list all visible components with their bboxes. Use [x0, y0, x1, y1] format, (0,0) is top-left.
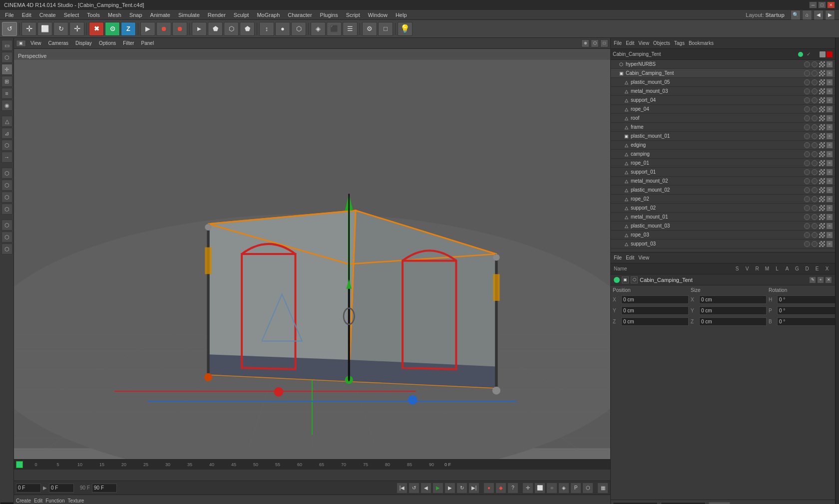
- menu-mesh[interactable]: Mesh: [105, 11, 124, 19]
- param-key-btn[interactable]: P: [570, 483, 581, 494]
- om-render-dot-rope_01[interactable]: [812, 160, 818, 166]
- om-vis-dot-support_02[interactable]: [804, 205, 810, 211]
- om-item-plastic_mount_01[interactable]: ▣plastic_mount_01×: [611, 132, 835, 141]
- panel-menu[interactable]: Panel: [139, 40, 157, 46]
- om-item-support_01[interactable]: △support_01×: [611, 168, 835, 177]
- om-vis-dot-rope_04[interactable]: [804, 106, 810, 112]
- om-vis-dot-hyperNURBS[interactable]: [804, 61, 810, 67]
- minimize-button[interactable]: ─: [809, 1, 817, 8]
- om-render-dot-support_01[interactable]: [812, 169, 818, 175]
- menu-render[interactable]: Render: [205, 11, 229, 19]
- subdiv-lt[interactable]: ⊿: [1, 128, 12, 139]
- om-vis-dot-Cabin_Camping_Tent[interactable]: [804, 70, 810, 76]
- maximize-button[interactable]: □: [818, 1, 826, 8]
- render-to[interactable]: ⬡: [224, 22, 239, 36]
- select-tool[interactable]: ▭: [1, 40, 12, 51]
- am-btn-edit[interactable]: ✎: [809, 276, 816, 283]
- x-btn[interactable]: ✖: [89, 22, 104, 36]
- am-btn-close[interactable]: ✕: [825, 276, 832, 283]
- rotate-button[interactable]: ↻: [53, 22, 68, 36]
- am-file[interactable]: File: [614, 255, 622, 260]
- om-vis-dot-support_01[interactable]: [804, 169, 810, 175]
- scale-lt[interactable]: ≡: [1, 88, 12, 99]
- menu-plugins[interactable]: Plugins: [317, 11, 341, 19]
- light-lt[interactable]: ⬡: [1, 180, 12, 191]
- spline-lt[interactable]: ⬡: [1, 168, 12, 179]
- cube-button[interactable]: ⬜: [37, 22, 52, 36]
- scale-key-btn[interactable]: ◈: [558, 483, 569, 494]
- menu-window[interactable]: Window: [365, 11, 391, 19]
- om-edit[interactable]: Edit: [626, 40, 634, 46]
- nurbs-lt[interactable]: ⬡: [1, 140, 12, 151]
- om-item-metal_mount_02[interactable]: △metal_mount_02×: [611, 177, 835, 186]
- om-vis-dot-rope_03[interactable]: [804, 232, 810, 238]
- om-render-dot-support_04[interactable]: [812, 97, 818, 103]
- menu-animate[interactable]: Animate: [147, 11, 173, 19]
- om-item-metal_mount_01[interactable]: △metal_mount_01×: [611, 213, 835, 222]
- apply-button[interactable]: Apply: [709, 502, 730, 504]
- om-top-row[interactable]: Cabin_Camping_Tent ✓: [611, 49, 835, 60]
- om-item-camping[interactable]: △camping×: [611, 150, 835, 159]
- settings-btn[interactable]: ⚙: [362, 22, 377, 36]
- om-vis-dot-metal_mount_03[interactable]: [804, 88, 810, 94]
- viewport-canvas[interactable]: Perspective: [14, 49, 610, 459]
- points-mode[interactable]: ◈: [311, 22, 326, 36]
- search-icon[interactable]: 🔍: [791, 10, 801, 20]
- om-vis-dot-plastic_mount_03[interactable]: [804, 223, 810, 229]
- timeline-track[interactable]: [14, 470, 610, 481]
- om-view[interactable]: View: [638, 40, 649, 46]
- om-item-rope_04[interactable]: △rope_04×: [611, 105, 835, 114]
- rot-p-input[interactable]: [777, 306, 839, 315]
- vp-icon1[interactable]: ⊕: [581, 39, 589, 47]
- pos-x-input[interactable]: [621, 295, 689, 304]
- move-key-btn[interactable]: ✛: [522, 483, 533, 494]
- move-obj[interactable]: ✛: [1, 64, 12, 75]
- om-vis-dot-support_03[interactable]: [804, 241, 810, 247]
- am-btn-plus[interactable]: +: [817, 276, 824, 283]
- play-pause-btn[interactable]: ▶: [432, 483, 443, 494]
- function-menu[interactable]: Function: [45, 498, 64, 504]
- om-item-plastic_mount_02[interactable]: △plastic_mount_02×: [611, 186, 835, 195]
- record-help[interactable]: ?: [507, 483, 518, 494]
- viewport-toggle[interactable]: ▣: [16, 40, 26, 47]
- om-render-dot-plastic_mount_03[interactable]: [812, 223, 818, 229]
- size-mode-dropdown[interactable]: Size Scale: [661, 502, 706, 504]
- om-render-dot-rope_02[interactable]: [812, 196, 818, 202]
- menu-simulate[interactable]: Simulate: [175, 11, 203, 19]
- om-vis-dot-frame[interactable]: [804, 124, 810, 130]
- om-bookmarks[interactable]: Bookmarks: [689, 40, 714, 46]
- edges-mode[interactable]: ⬛: [327, 22, 342, 36]
- paint-lt[interactable]: ⬡: [1, 232, 12, 243]
- pos-y-input[interactable]: [621, 306, 689, 315]
- om-render-dot-support_03[interactable]: [812, 241, 818, 247]
- om-render-dot-plastic_mount_01[interactable]: [812, 133, 818, 139]
- move-button[interactable]: ✛: [69, 22, 84, 36]
- om-render-dot-edging[interactable]: [812, 142, 818, 148]
- om-vis-dot-plastic_mount_01[interactable]: [804, 133, 810, 139]
- rot-key-btn[interactable]: ○: [546, 483, 557, 494]
- om-render-dot-metal_mount_02[interactable]: [812, 178, 818, 184]
- cam-lt[interactable]: ⬡: [1, 192, 12, 203]
- snap-btn[interactable]: □: [378, 22, 393, 36]
- om-item-roof[interactable]: △roof×: [611, 114, 835, 123]
- go-start-btn[interactable]: |◀: [397, 483, 408, 494]
- go-end-btn[interactable]: ▶|: [468, 483, 479, 494]
- sculpt-lt[interactable]: ⬡: [1, 244, 12, 254]
- om-item-rope_03[interactable]: △rope_03×: [611, 231, 835, 240]
- prev-frame-btn[interactable]: ◀: [420, 483, 431, 494]
- edit-menu-mat[interactable]: Edit: [34, 498, 42, 504]
- vp-icon2[interactable]: ⬡: [591, 39, 599, 47]
- move-lt[interactable]: ⬡: [1, 52, 12, 63]
- polys-mode[interactable]: ☰: [343, 22, 358, 36]
- filter-menu[interactable]: Filter: [120, 40, 136, 46]
- om-render-dot-plastic_mount_02[interactable]: [812, 187, 818, 193]
- om-item-plastic_mount_03[interactable]: △plastic_mount_03×: [611, 222, 835, 231]
- rot-b-input[interactable]: [777, 317, 839, 326]
- next-frame-btn[interactable]: ▶: [444, 483, 455, 494]
- om-render-dot-roof[interactable]: [812, 115, 818, 121]
- null-lt[interactable]: ⬡: [1, 204, 12, 215]
- menu-script[interactable]: Script: [343, 11, 363, 19]
- om-item-edging[interactable]: △edging×: [611, 141, 835, 150]
- scale-tool[interactable]: ⬡: [291, 22, 306, 36]
- new-object-button[interactable]: ✛: [21, 22, 36, 36]
